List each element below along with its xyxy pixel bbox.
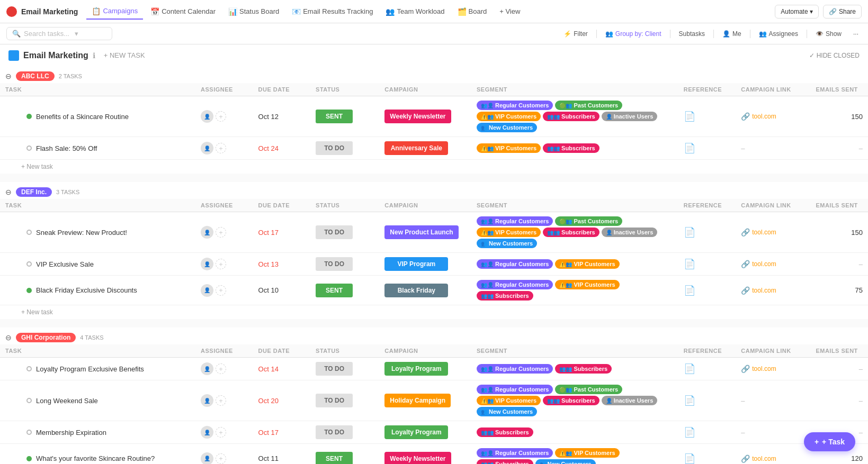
info-icon[interactable]: ℹ bbox=[93, 51, 95, 60]
reference-icon-t8[interactable]: 📄 bbox=[684, 427, 695, 438]
add-assignee-t7[interactable]: + bbox=[216, 395, 226, 406]
reference-icon-t5[interactable]: 📄 bbox=[684, 285, 695, 296]
group-expand-abc-llc[interactable]: ⊖ bbox=[5, 72, 12, 80]
reference-icon-t9[interactable]: 📄 bbox=[684, 453, 695, 464]
group-by-button[interactable]: 👥 Group by: Client bbox=[602, 29, 665, 39]
campaign-link-cell-t4[interactable]: 🔗tool.com bbox=[736, 253, 810, 276]
subtasks-button[interactable]: Subtasks bbox=[676, 29, 708, 39]
add-assignee-t5[interactable]: + bbox=[216, 285, 226, 296]
search-dropdown-icon[interactable]: ▾ bbox=[75, 30, 78, 38]
campaign-link-cell-t7[interactable]: – bbox=[736, 380, 810, 421]
add-task-fab[interactable]: + + Task bbox=[804, 432, 855, 451]
status-cell-t1[interactable]: SENT bbox=[310, 96, 379, 137]
status-cell-t5[interactable]: SENT bbox=[310, 276, 379, 305]
reference-cell-t7[interactable]: 📄 bbox=[678, 380, 736, 421]
reference-icon-t1[interactable]: 📄 bbox=[684, 111, 695, 122]
assignee-avatar-t1[interactable]: 👤 bbox=[201, 110, 213, 123]
add-assignee-t9[interactable]: + bbox=[216, 453, 226, 464]
add-assignee-t4[interactable]: + bbox=[216, 259, 226, 269]
campaign-cell-t9[interactable]: Weekly Newsletter bbox=[379, 444, 471, 465]
reference-cell-t6[interactable]: 📄 bbox=[678, 358, 736, 380]
group-expand-ghi-corp[interactable]: ⊖ bbox=[5, 333, 12, 342]
campaign-cell-t4[interactable]: VIP Program bbox=[379, 253, 471, 276]
reference-cell-t1[interactable]: 📄 bbox=[678, 96, 736, 137]
campaign-link-t6[interactable]: 🔗tool.com bbox=[741, 365, 776, 373]
campaign-cell-t2[interactable]: Anniversary Sale bbox=[379, 137, 471, 160]
nav-add-view[interactable]: + View bbox=[494, 4, 525, 19]
emails-sent-value-t3: 150 bbox=[851, 229, 863, 236]
campaign-link-cell-t8[interactable]: – bbox=[736, 421, 810, 444]
campaign-link-t9[interactable]: 🔗tool.com bbox=[741, 454, 776, 463]
search-box[interactable]: 🔍 Search tasks... ▾ bbox=[6, 27, 112, 40]
new-task-button[interactable]: + NEW TASK bbox=[100, 50, 149, 61]
nav-tab-campaigns[interactable]: 📋 Campaigns bbox=[86, 4, 143, 20]
new-task-link-def-inc[interactable]: + New task bbox=[0, 305, 868, 319]
emails-sent-cell-t5: 75 bbox=[810, 276, 868, 305]
assignee-avatar-t2[interactable]: 👤 bbox=[201, 142, 213, 154]
new-task-link-abc-llc[interactable]: + New task bbox=[0, 160, 868, 174]
reference-icon-t7[interactable]: 📄 bbox=[684, 395, 695, 406]
status-cell-t3[interactable]: TO DO bbox=[310, 212, 379, 253]
status-cell-t8[interactable]: TO DO bbox=[310, 421, 379, 444]
add-assignee-t3[interactable]: + bbox=[216, 227, 226, 238]
campaign-cell-t6[interactable]: Loyalty Program bbox=[379, 358, 471, 380]
assignee-avatar-t7[interactable]: 👤 bbox=[201, 394, 213, 407]
nav-tab-status-board[interactable]: 📊 Status Board bbox=[223, 4, 284, 19]
assignee-avatar-t9[interactable]: 👤 bbox=[201, 452, 213, 465]
reference-cell-t8[interactable]: 📄 bbox=[678, 421, 736, 444]
campaign-link-t3[interactable]: 🔗tool.com bbox=[741, 228, 776, 236]
assignee-avatar-t8[interactable]: 👤 bbox=[201, 426, 213, 439]
more-button[interactable]: ··· bbox=[850, 29, 862, 39]
nav-tab-content-calendar[interactable]: 📅 Content Calendar bbox=[145, 4, 221, 19]
campaign-link-t5[interactable]: 🔗tool.com bbox=[741, 286, 776, 295]
status-cell-t6[interactable]: TO DO bbox=[310, 358, 379, 380]
status-cell-t9[interactable]: SENT bbox=[310, 444, 379, 465]
campaign-link-cell-t5[interactable]: 🔗tool.com bbox=[736, 276, 810, 305]
campaign-cell-t3[interactable]: New Product Launch bbox=[379, 212, 471, 253]
table-row: What's your favorite Skincare Routine? 👤… bbox=[0, 444, 868, 465]
filter-button[interactable]: ⚡ Filter bbox=[560, 29, 591, 39]
campaign-link-cell-t1[interactable]: 🔗tool.com bbox=[736, 96, 810, 137]
status-cell-t2[interactable]: TO DO bbox=[310, 137, 379, 160]
campaign-cell-t7[interactable]: Holiday Campaign bbox=[379, 380, 471, 421]
hide-closed-button[interactable]: ✓ HIDE CLOSED bbox=[809, 52, 860, 59]
status-cell-t7[interactable]: TO DO bbox=[310, 380, 379, 421]
add-assignee-t8[interactable]: + bbox=[216, 427, 226, 438]
add-assignee-t2[interactable]: + bbox=[216, 143, 226, 153]
reference-icon-t6[interactable]: 📄 bbox=[684, 363, 695, 374]
nav-tab-team-workload[interactable]: 👥 Team Workload bbox=[380, 4, 450, 19]
campaign-cell-t1[interactable]: Weekly Newsletter bbox=[379, 96, 471, 137]
reference-cell-t9[interactable]: 📄 bbox=[678, 444, 736, 465]
share-button[interactable]: 🔗 Share bbox=[823, 5, 862, 19]
nav-tab-board[interactable]: 🗂️ Board bbox=[452, 4, 493, 19]
show-button[interactable]: 👁️ Show bbox=[812, 29, 845, 39]
automate-button[interactable]: Automate ▾ bbox=[775, 5, 819, 19]
assignee-avatar-t4[interactable]: 👤 bbox=[201, 258, 213, 270]
reference-icon-t4[interactable]: 📄 bbox=[684, 259, 695, 269]
reference-cell-t2[interactable]: 📄 bbox=[678, 137, 736, 160]
campaign-link-cell-t6[interactable]: 🔗tool.com bbox=[736, 358, 810, 380]
assignee-avatar-t5[interactable]: 👤 bbox=[201, 284, 213, 297]
reference-cell-t4[interactable]: 📄 bbox=[678, 253, 736, 276]
reference-icon-t3[interactable]: 📄 bbox=[684, 227, 695, 238]
nav-tab-email-results[interactable]: 📧 Email Results Tracking bbox=[287, 4, 378, 19]
reference-icon-t2[interactable]: 📄 bbox=[684, 143, 695, 153]
campaign-link-cell-t2[interactable]: – bbox=[736, 137, 810, 160]
campaign-cell-t5[interactable]: Black Friday bbox=[379, 276, 471, 305]
add-assignee-t6[interactable]: + bbox=[216, 363, 226, 374]
emails-sent-cell-t3: 150 bbox=[810, 212, 868, 253]
group-expand-def-inc[interactable]: ⊖ bbox=[5, 188, 12, 196]
campaign-link-cell-t3[interactable]: 🔗tool.com bbox=[736, 212, 810, 253]
me-button[interactable]: 👤 Me bbox=[719, 29, 745, 39]
reference-cell-t3[interactable]: 📄 bbox=[678, 212, 736, 253]
campaign-link-cell-t9[interactable]: 🔗tool.com bbox=[736, 444, 810, 465]
status-cell-t4[interactable]: TO DO bbox=[310, 253, 379, 276]
campaign-link-t1[interactable]: 🔗tool.com bbox=[741, 112, 776, 121]
assignee-avatar-t3[interactable]: 👤 bbox=[201, 226, 213, 239]
campaign-link-t4[interactable]: 🔗tool.com bbox=[741, 260, 776, 268]
assignee-avatar-t6[interactable]: 👤 bbox=[201, 362, 213, 375]
reference-cell-t5[interactable]: 📄 bbox=[678, 276, 736, 305]
add-assignee-t1[interactable]: + bbox=[216, 111, 226, 122]
campaign-cell-t8[interactable]: Loyalty Program bbox=[379, 421, 471, 444]
assignees-button[interactable]: 👥 Assignees bbox=[756, 29, 801, 39]
